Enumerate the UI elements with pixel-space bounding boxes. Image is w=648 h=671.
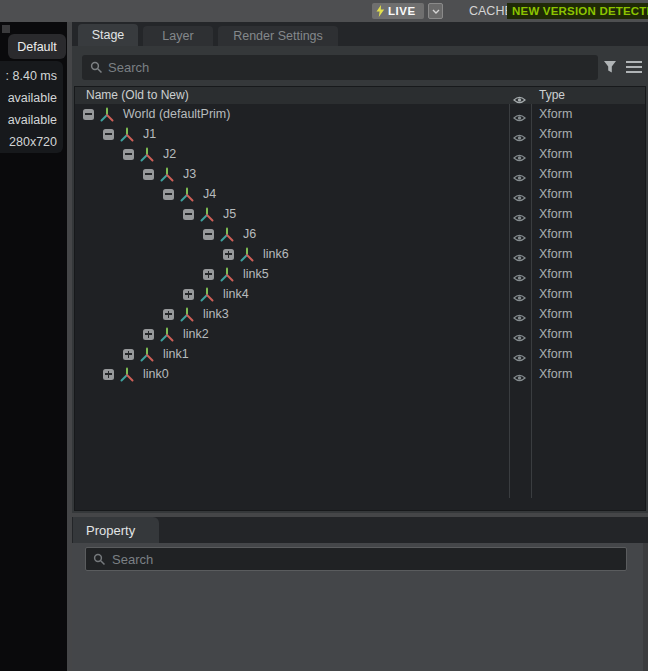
prim-name-label: link0: [143, 367, 169, 381]
prim-type-label: Xform: [539, 224, 572, 244]
collapse-toggle-icon[interactable]: [83, 109, 94, 120]
chevron-down-icon: [432, 9, 440, 14]
viewport-fragment: Default : 8.40 ms available available 28…: [0, 22, 67, 671]
expand-toggle-icon[interactable]: [123, 349, 134, 360]
tree-row[interactable]: J1Xform: [75, 124, 645, 144]
tree-row[interactable]: link2Xform: [75, 324, 645, 344]
prim-type-label: Xform: [539, 104, 572, 124]
tree-row[interactable]: World (defaultPrim)Xform: [75, 104, 645, 124]
name-column-header[interactable]: Name (Old to New): [86, 87, 189, 104]
prim-type-label: Xform: [539, 184, 572, 204]
viewport-default-tab[interactable]: Default: [8, 34, 66, 59]
xform-axis-icon: [134, 347, 154, 362]
collapse-toggle-icon[interactable]: [183, 209, 194, 220]
xform-axis-icon: [194, 207, 214, 222]
stat-line: 280x720: [0, 131, 57, 153]
prim-name-label: J4: [203, 187, 216, 201]
xform-axis-icon: [134, 147, 154, 162]
tab-property[interactable]: Property: [73, 517, 159, 543]
expand-toggle-icon[interactable]: [203, 269, 214, 280]
xform-axis-icon: [154, 327, 174, 342]
xform-axis-icon: [214, 227, 234, 242]
tab-layer[interactable]: Layer: [143, 26, 213, 46]
property-panel: Property: [72, 517, 648, 671]
tree-row[interactable]: J4Xform: [75, 184, 645, 204]
expand-toggle-icon[interactable]: [163, 309, 174, 320]
tree-row[interactable]: link3Xform: [75, 304, 645, 324]
type-column-header: Type: [539, 87, 565, 104]
xform-axis-icon: [114, 367, 134, 382]
xform-axis-icon: [194, 287, 214, 302]
prim-name-label: J2: [163, 147, 176, 161]
filter-icon[interactable]: [602, 59, 619, 75]
tree-row[interactable]: J6Xform: [75, 224, 645, 244]
prim-name-label: link6: [263, 247, 289, 261]
collapse-toggle-icon[interactable]: [163, 189, 174, 200]
xform-axis-icon: [154, 167, 174, 182]
prim-type-label: Xform: [539, 324, 572, 344]
stat-line: available: [0, 109, 57, 131]
prim-type-label: Xform: [539, 264, 572, 284]
collapse-toggle-icon[interactable]: [143, 169, 154, 180]
stage-panel: Stage Layer Render Settings Name (Old to…: [72, 22, 648, 513]
prim-type-label: Xform: [539, 244, 572, 264]
scrollbar-gutter[interactable]: [643, 543, 648, 671]
visibility-eye-icon[interactable]: [513, 369, 526, 387]
prim-type-label: Xform: [539, 144, 572, 164]
collapse-toggle-icon[interactable]: [123, 149, 134, 160]
prim-name-label: link3: [203, 307, 229, 321]
tree-row[interactable]: link6Xform: [75, 244, 645, 264]
stage-search-box: [82, 55, 598, 80]
prim-name-label: link4: [223, 287, 249, 301]
expand-toggle-icon[interactable]: [183, 289, 194, 300]
prim-type-label: Xform: [539, 124, 572, 144]
xform-axis-icon: [114, 127, 134, 142]
prim-type-label: Xform: [539, 304, 572, 324]
property-tab-bar: Property: [72, 517, 648, 543]
xform-axis-icon: [174, 307, 194, 322]
stage-tab-bar: Stage Layer Render Settings: [72, 22, 648, 46]
stat-line: available: [0, 87, 57, 109]
top-bar: LIVE CACHE: NEW VERSION DETECTED: [0, 0, 648, 22]
xform-axis-icon: [94, 107, 114, 122]
viewport-stats-box: : 8.40 ms available available 280x720: [0, 61, 63, 153]
stat-line: : 8.40 ms: [0, 65, 57, 87]
tree-row[interactable]: link5Xform: [75, 264, 645, 284]
prim-type-label: Xform: [539, 164, 572, 184]
prim-name-label: J1: [143, 127, 156, 141]
tree-rows: World (defaultPrim)XformJ1XformJ2XformJ3…: [75, 104, 645, 384]
expand-toggle-icon[interactable]: [223, 249, 234, 260]
tree-row[interactable]: J5Xform: [75, 204, 645, 224]
stage-search-input[interactable]: [82, 55, 598, 80]
prim-type-label: Xform: [539, 344, 572, 364]
tree-header: Name (Old to New) Type: [75, 87, 645, 104]
tree-row[interactable]: link1Xform: [75, 344, 645, 364]
prim-type-label: Xform: [539, 364, 572, 384]
collapse-toggle-icon[interactable]: [103, 129, 114, 140]
prim-name-label: World (defaultPrim): [123, 107, 230, 121]
tab-stage[interactable]: Stage: [78, 24, 138, 46]
stage-tree: Name (Old to New) Type World (defaultPri…: [74, 86, 646, 511]
prim-name-label: link1: [163, 347, 189, 361]
tree-row[interactable]: link0Xform: [75, 364, 645, 384]
cache-status-badge: NEW VERSION DETECTED: [507, 3, 648, 19]
options-menu-icon[interactable]: [626, 61, 642, 73]
tree-row[interactable]: J2Xform: [75, 144, 645, 164]
collapse-toggle-icon[interactable]: [203, 229, 214, 240]
xform-axis-icon: [234, 247, 254, 262]
xform-axis-icon: [214, 267, 234, 282]
tree-row[interactable]: J3Xform: [75, 164, 645, 184]
tab-render-settings[interactable]: Render Settings: [218, 26, 338, 46]
prim-name-label: J6: [243, 227, 256, 241]
live-dropdown-button[interactable]: [428, 3, 443, 19]
prim-name-label: J5: [223, 207, 236, 221]
tree-row[interactable]: link4Xform: [75, 284, 645, 304]
expand-toggle-icon[interactable]: [143, 329, 154, 340]
toolbar-fragment: [2, 25, 10, 33]
live-button[interactable]: LIVE: [372, 3, 424, 19]
property-search-input[interactable]: [85, 547, 627, 571]
expand-toggle-icon[interactable]: [103, 369, 114, 380]
prim-type-label: Xform: [539, 284, 572, 304]
prim-name-label: J3: [183, 167, 196, 181]
lightning-bolt-icon: [376, 5, 385, 17]
